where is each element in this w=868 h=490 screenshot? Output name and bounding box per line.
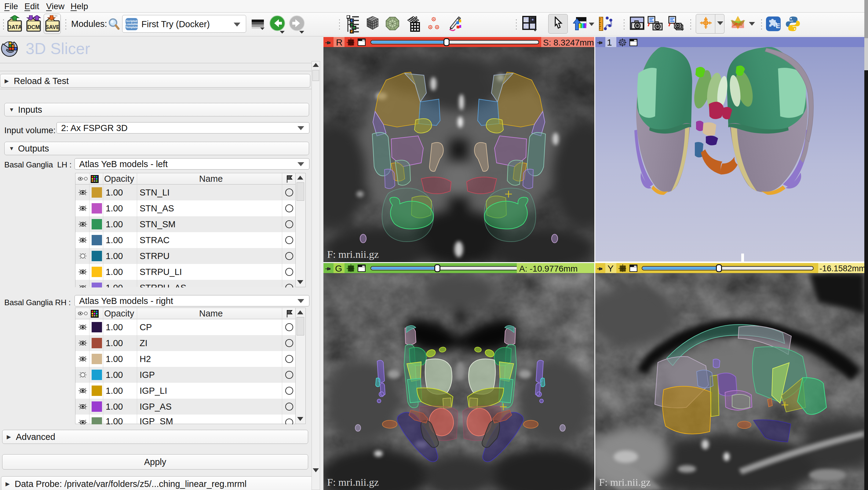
svg-text:F: mri.nii.gz: F: mri.nii.gz xyxy=(327,477,379,488)
svg-text:F: mri.nii.gz: F: mri.nii.gz xyxy=(599,477,651,488)
svg-text:DATA: DATA xyxy=(7,24,22,30)
svg-text:E: E xyxy=(776,22,780,30)
svg-text:Loadable: Loadable xyxy=(126,23,138,26)
svg-text:F: mri.nii.gz: F: mri.nii.gz xyxy=(327,249,379,260)
svg-text:Template: Template xyxy=(126,26,138,29)
svg-text:DCM: DCM xyxy=(28,24,40,30)
svg-text:SAVE: SAVE xyxy=(45,24,60,30)
svg-text:Scripted: Scripted xyxy=(126,20,137,23)
